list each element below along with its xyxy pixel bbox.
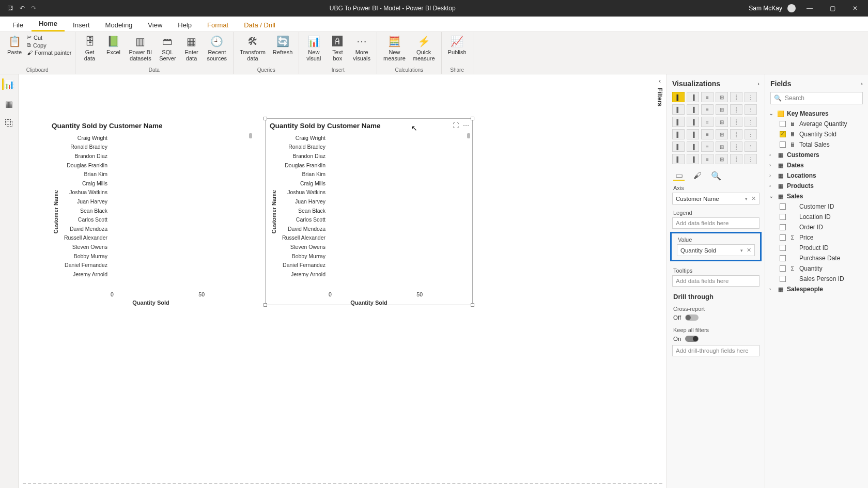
field-checkbox[interactable] — [780, 224, 786, 230]
tooltips-field-well[interactable]: Add data fields here — [672, 275, 760, 287]
visual-type-icon[interactable]: ▐ — [687, 141, 699, 152]
tab-data-drill[interactable]: Data / Drill — [237, 18, 283, 32]
field-checkbox[interactable] — [780, 131, 786, 137]
visual-type-icon[interactable]: ⊞ — [716, 104, 728, 115]
table-node[interactable]: ⌄🟨Key Measures — [768, 108, 865, 119]
format-tab-icon[interactable]: 🖌 — [692, 170, 703, 181]
visual-type-icon[interactable]: ▌ — [672, 92, 685, 102]
visual-type-icon[interactable]: ≡ — [701, 129, 714, 139]
quick-measure-button[interactable]: ⚡Quick measure — [410, 33, 438, 62]
axis-field-well[interactable]: Customer Name ▾ ✕ — [672, 193, 760, 204]
analytics-tab-icon[interactable]: 🔍 — [710, 170, 722, 181]
fields-search[interactable]: 🔍 Search — [770, 92, 863, 104]
value-field-well[interactable]: Quantity Sold ▾ ✕ — [677, 244, 755, 256]
tab-format[interactable]: Format — [200, 18, 236, 32]
new-measure-button[interactable]: 🧮New measure — [380, 33, 409, 62]
field-item[interactable]: Sales Person ID — [768, 274, 865, 284]
visual-type-icon[interactable]: ▐ — [687, 129, 699, 139]
visual-type-icon[interactable]: ⋮ — [745, 104, 757, 115]
remove-field-icon[interactable]: ✕ — [749, 195, 756, 201]
copy-button[interactable]: ⧉Copy — [27, 42, 72, 49]
visual-type-icon[interactable]: ⋮ — [745, 154, 757, 164]
format-painter-button[interactable]: 🖌Format painter — [27, 50, 72, 56]
cross-report-toggle[interactable] — [685, 314, 699, 321]
field-item[interactable]: ΣQuantity — [768, 263, 865, 274]
visual-type-icon[interactable]: ▌ — [672, 154, 685, 164]
chart-visual[interactable]: Quantity Sold by Customer Name Customer … — [48, 119, 254, 305]
tab-help[interactable]: Help — [171, 18, 199, 32]
recent-sources-button[interactable]: 🕘Recent sources — [204, 33, 230, 62]
tab-insert[interactable]: Insert — [66, 18, 97, 32]
visual-type-icon[interactable]: ▌ — [672, 104, 685, 115]
visual-type-icon[interactable]: ▌ — [672, 129, 685, 139]
keep-filters-toggle[interactable] — [685, 336, 699, 342]
more-visuals-button[interactable]: ⋯More visuals — [350, 33, 374, 62]
field-item[interactable]: Product ID — [768, 243, 865, 253]
publish-button[interactable]: 📈Publish — [445, 33, 470, 56]
visual-type-icon[interactable]: ⊞ — [716, 129, 728, 139]
visual-type-icon[interactable]: ┊ — [730, 117, 742, 127]
field-item[interactable]: Purchase Date — [768, 253, 865, 263]
field-checkbox[interactable] — [780, 203, 786, 210]
filters-pane-collapsed[interactable]: ‹ Filters — [653, 74, 667, 136]
visual-type-icon[interactable]: ▐ — [687, 92, 699, 102]
sql-server-button[interactable]: 🗃SQL Server — [156, 33, 179, 62]
table-node[interactable]: ⌄▦Sales — [768, 191, 865, 201]
field-checkbox[interactable] — [780, 121, 786, 127]
visual-type-icon[interactable]: ┊ — [730, 92, 742, 102]
visual-type-icon[interactable]: ▌ — [672, 141, 685, 152]
fields-tab-icon[interactable]: ▭ — [673, 170, 685, 181]
visual-type-icon[interactable]: ▌ — [672, 117, 685, 127]
redo-icon[interactable]: ↷ — [31, 5, 36, 12]
tab-file[interactable]: File — [5, 18, 30, 32]
visual-type-icon[interactable]: ⋮ — [745, 141, 757, 152]
visual-type-icon[interactable]: ⋮ — [745, 129, 757, 139]
model-view-icon[interactable]: ⿻ — [4, 118, 15, 129]
visual-type-icon[interactable]: ⊞ — [716, 154, 728, 164]
visual-type-icon[interactable]: ┊ — [730, 154, 742, 164]
table-node[interactable]: ›▦Customers — [768, 150, 865, 160]
field-item[interactable]: 🖩Total Sales — [768, 139, 865, 150]
visual-type-icon[interactable]: ≡ — [701, 117, 714, 127]
chevron-right-icon[interactable]: › — [757, 81, 760, 87]
visual-type-icon[interactable]: ▐ — [687, 154, 699, 164]
chevron-left-icon[interactable]: ‹ — [659, 74, 661, 88]
field-item[interactable]: ΣPrice — [768, 232, 865, 243]
user-name[interactable]: Sam McKay — [749, 5, 782, 12]
field-item[interactable]: Location ID — [768, 212, 865, 222]
visual-type-icon[interactable]: ▐ — [687, 117, 699, 127]
visual-type-icon[interactable]: ≡ — [701, 141, 714, 152]
visual-type-icon[interactable]: ⊞ — [716, 92, 728, 102]
chevron-down-icon[interactable]: ▾ — [740, 248, 743, 253]
text-box-button[interactable]: 🅰Text box — [326, 33, 349, 62]
enter-data-button[interactable]: ▦Enter data — [180, 33, 203, 62]
field-checkbox[interactable] — [780, 214, 786, 220]
drill-through-well[interactable]: Add drill-through fields here — [672, 345, 760, 356]
chart-scrollbar[interactable] — [249, 133, 252, 290]
field-item[interactable]: Customer ID — [768, 201, 865, 212]
paste-button[interactable]: 📋Paste — [3, 33, 26, 56]
visual-type-icon[interactable]: ┊ — [730, 104, 742, 115]
new-visual-button[interactable]: 📊New visual — [302, 33, 325, 62]
visual-type-icon[interactable]: ▐ — [687, 104, 699, 115]
tab-home[interactable]: Home — [32, 17, 65, 32]
tab-modeling[interactable]: Modeling — [98, 18, 140, 32]
visual-type-icon[interactable]: ⊞ — [716, 141, 728, 152]
save-icon[interactable]: 🖫 — [7, 5, 13, 12]
user-avatar-icon[interactable] — [787, 4, 796, 12]
data-view-icon[interactable]: ▦ — [4, 98, 15, 109]
pbi-datasets-button[interactable]: ▥Power BI datasets — [126, 33, 156, 62]
table-node[interactable]: ›▦Dates — [768, 160, 865, 170]
get-data-button[interactable]: 🗄Get data — [79, 33, 101, 62]
maximize-icon[interactable]: ▢ — [824, 5, 841, 12]
chart-scrollbar[interactable] — [467, 133, 470, 290]
report-canvas[interactable]: Quantity Sold by Customer Name Customer … — [23, 74, 662, 484]
transform-data-button[interactable]: 🛠Transform data — [237, 33, 269, 62]
legend-field-well[interactable]: Add data fields here — [672, 217, 760, 229]
chevron-right-icon[interactable]: › — [861, 81, 863, 87]
minimize-icon[interactable]: — — [801, 5, 818, 12]
field-checkbox[interactable] — [780, 276, 786, 282]
refresh-button[interactable]: 🔄Refresh — [270, 33, 296, 56]
table-node[interactable]: ›▦Locations — [768, 170, 865, 181]
visual-type-icon[interactable]: ≡ — [701, 154, 714, 164]
